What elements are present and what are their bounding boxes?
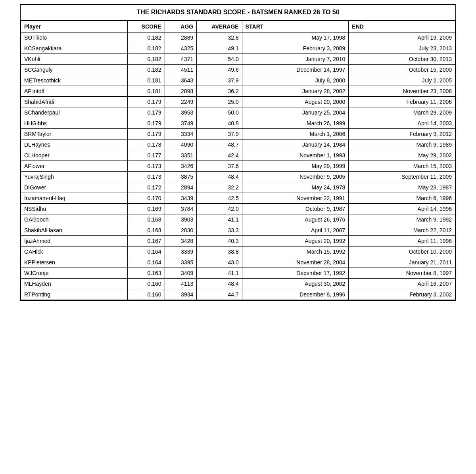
cell-start: January 28, 2002 — [242, 86, 349, 97]
table-title: THE RICHARDS STANDARD SCORE - BATSMEN RA… — [21, 5, 455, 21]
table-row: BRMTaylor0.179333437.9March 1, 2006Febru… — [21, 129, 455, 140]
cell-agg: 3784 — [165, 204, 197, 214]
cell-start: January 25, 2004 — [242, 107, 349, 118]
cell-score: 0.167 — [127, 236, 165, 247]
table-row: YuvrajSingh0.173387548.4November 9, 2005… — [21, 172, 455, 182]
cell-agg: 3351 — [165, 150, 197, 161]
cell-player: VKohli — [21, 54, 128, 65]
cell-end: October 10, 2000 — [349, 247, 455, 257]
cell-end: May 23, 1987 — [349, 182, 455, 193]
cell-agg: 2894 — [165, 182, 197, 193]
cell-score: 0.182 — [127, 65, 165, 75]
cell-start: December 14, 1997 — [242, 65, 349, 75]
cell-end: February 9, 2012 — [349, 129, 455, 140]
cell-avg: 25.0 — [197, 97, 242, 107]
cell-player: SOTikolo — [21, 32, 128, 43]
cell-start: January 7, 2010 — [242, 54, 349, 65]
cell-score: 0.169 — [127, 204, 165, 214]
cell-agg: 3749 — [165, 118, 197, 129]
cell-player: Inzamam-ul-Haq — [21, 193, 128, 204]
cell-start: May 24, 1978 — [242, 182, 349, 193]
cell-start: May 29, 1999 — [242, 161, 349, 172]
cell-avg: 37.9 — [197, 75, 242, 86]
cell-start: March 26, 1999 — [242, 118, 349, 129]
cell-start: October 9, 1987 — [242, 204, 349, 214]
cell-avg: 36.2 — [197, 86, 242, 97]
table-row: Inzamam-ul-Haq0.170343942.5November 22, … — [21, 193, 455, 204]
cell-score: 0.160 — [127, 279, 165, 289]
cell-start: November 22, 1991 — [242, 193, 349, 204]
cell-end: September 11, 2009 — [349, 172, 455, 182]
cell-score: 0.179 — [127, 97, 165, 107]
cell-score: 0.179 — [127, 107, 165, 118]
cell-score: 0.168 — [127, 225, 165, 236]
cell-end: March 29, 2009 — [349, 107, 455, 118]
cell-end: July 2, 2005 — [349, 75, 455, 86]
cell-end: October 30, 2013 — [349, 54, 455, 65]
cell-end: March 9, 1992 — [349, 214, 455, 225]
cell-agg: 4511 — [165, 65, 197, 75]
cell-avg: 48.4 — [197, 172, 242, 182]
cell-score: 0.170 — [127, 193, 165, 204]
cell-start: August 26, 1976 — [242, 214, 349, 225]
cell-player: ShahidAfridi — [21, 97, 128, 107]
col-header-end: END — [349, 21, 455, 32]
cell-avg: 44.7 — [197, 289, 242, 300]
cell-avg: 50.0 — [197, 107, 242, 118]
cell-start: December 8, 1996 — [242, 289, 349, 300]
cell-player: SCGanguly — [21, 65, 128, 75]
cell-player: DIGower — [21, 182, 128, 193]
cell-start: November 1, 1993 — [242, 150, 349, 161]
table-row: WJCronje0.163340941.1December 17, 1992No… — [21, 268, 455, 279]
cell-start: May 17, 1998 — [242, 32, 349, 43]
table-row: SOTikolo0.182288932.8May 17, 1998April 1… — [21, 32, 455, 43]
cell-score: 0.173 — [127, 161, 165, 172]
cell-avg: 43.0 — [197, 257, 242, 268]
cell-score: 0.182 — [127, 54, 165, 65]
cell-player: SChanderpaul — [21, 107, 128, 118]
cell-avg: 48.4 — [197, 279, 242, 289]
cell-start: December 17, 1992 — [242, 268, 349, 279]
cell-end: January 21, 2011 — [349, 257, 455, 268]
cell-score: 0.182 — [127, 32, 165, 43]
col-header-player: Player — [21, 21, 128, 32]
table-row: GAGooch0.168390341.1August 26, 1976March… — [21, 214, 455, 225]
cell-player: NSSidhu — [21, 204, 128, 214]
table-row: CLHooper0.177335142.4November 1, 1993May… — [21, 150, 455, 161]
cell-agg: 4371 — [165, 54, 197, 65]
cell-agg: 3875 — [165, 172, 197, 182]
cell-agg: 3426 — [165, 161, 197, 172]
table-row: SChanderpaul0.179395350.0January 25, 200… — [21, 107, 455, 118]
cell-start: April 11, 2007 — [242, 225, 349, 236]
cell-avg: 49.6 — [197, 65, 242, 75]
cell-score: 0.178 — [127, 140, 165, 150]
cell-start: January 14, 1984 — [242, 140, 349, 150]
cell-end: May 29, 2002 — [349, 150, 455, 161]
cell-avg: 33.3 — [197, 225, 242, 236]
cell-agg: 3339 — [165, 247, 197, 257]
table-row: GAHick0.164333938.8March 15, 1992October… — [21, 247, 455, 257]
cell-agg: 3439 — [165, 193, 197, 204]
cell-end: February 3, 2002 — [349, 289, 455, 300]
cell-player: HHGibbs — [21, 118, 128, 129]
main-container: THE RICHARDS STANDARD SCORE - BATSMEN RA… — [20, 4, 456, 301]
cell-end: April 11, 1998 — [349, 236, 455, 247]
cell-agg: 4325 — [165, 43, 197, 54]
cell-agg: 2898 — [165, 86, 197, 97]
cell-agg: 2889 — [165, 32, 197, 43]
cell-end: April 19, 2009 — [349, 32, 455, 43]
table-row: RTPonting0.160393444.7December 8, 1996Fe… — [21, 289, 455, 300]
cell-avg: 32.8 — [197, 32, 242, 43]
cell-start: November 28, 2004 — [242, 257, 349, 268]
col-header-avg: AVERAGE — [197, 21, 242, 32]
cell-player: ShakibAlHasan — [21, 225, 128, 236]
cell-start: March 1, 2006 — [242, 129, 349, 140]
cell-score: 0.181 — [127, 75, 165, 86]
table-row: SCGanguly0.182451149.6December 14, 1997O… — [21, 65, 455, 75]
cell-player: IjazAhmed — [21, 236, 128, 247]
cell-end: November 23, 2008 — [349, 86, 455, 97]
cell-player: YuvrajSingh — [21, 172, 128, 182]
cell-start: March 15, 1992 — [242, 247, 349, 257]
cell-agg: 3934 — [165, 289, 197, 300]
cell-end: March 22, 2012 — [349, 225, 455, 236]
